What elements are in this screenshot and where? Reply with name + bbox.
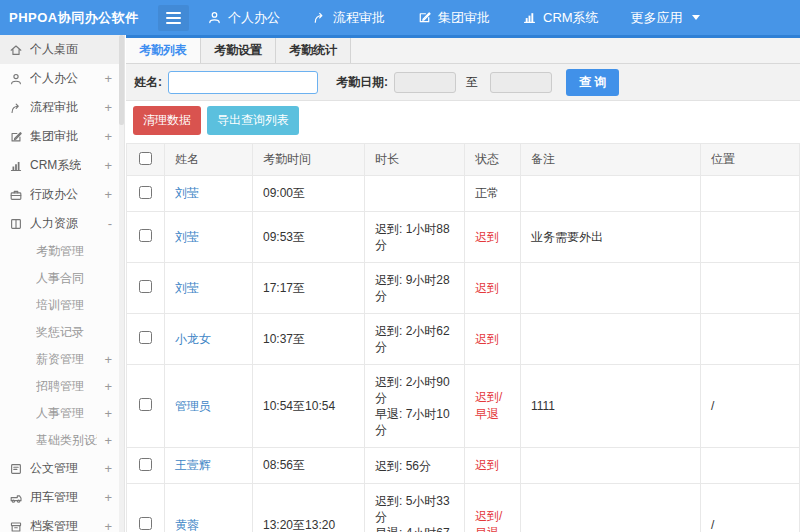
sidebar-item[interactable]: 招聘管理 +	[0, 373, 124, 400]
navbar-item[interactable]: 流程审批	[312, 9, 385, 27]
sidebar-item-label: 用车管理	[30, 489, 78, 506]
table-row: 刘莹 09:53至 迟到: 1小时88分 迟到 业务需要外出	[127, 212, 800, 263]
sidebar-item[interactable]: 档案管理 +	[0, 512, 124, 532]
sidebar-scrollbar[interactable]	[119, 35, 124, 532]
app-window: PHPOA协同办公软件 个人办公 流程审批 集团审批 CRM系统	[0, 0, 800, 532]
sidebar-item-label: 考勤管理	[36, 243, 84, 260]
navbar-item[interactable]: 更多应用	[631, 9, 700, 27]
row-checkbox[interactable]	[139, 517, 152, 530]
header-status: 状态	[465, 144, 521, 176]
remark	[521, 448, 701, 484]
sidebar-item[interactable]: CRM系统 +	[0, 151, 124, 180]
sidebar-item[interactable]: 培训管理	[0, 292, 124, 319]
employee-name-link[interactable]: 小龙女	[175, 332, 211, 346]
expand-toggle[interactable]: +	[104, 100, 118, 115]
expand-toggle[interactable]: +	[104, 129, 118, 144]
attendance-time: 17:17至	[253, 263, 365, 314]
status-badge: 迟到	[475, 458, 499, 472]
home-icon	[9, 43, 23, 57]
sidebar-item[interactable]: 人力资源 -	[0, 209, 124, 238]
sidebar-item[interactable]: 奖惩记录	[0, 319, 124, 346]
archive-icon	[9, 520, 23, 532]
select-all-checkbox[interactable]	[139, 152, 152, 165]
row-checkbox[interactable]	[139, 280, 152, 293]
sidebar-item[interactable]: 基础类别设置 +	[0, 427, 124, 454]
attendance-rows: 刘莹 09:00至 正常 刘莹 09:53至 迟到: 1小时88分 迟到 业务需…	[127, 176, 800, 532]
duration: 迟到: 5小时33分 早退: 4小时67分	[365, 484, 465, 532]
tab[interactable]: 考勤设置	[201, 38, 276, 63]
remark	[521, 263, 701, 314]
status-badge: 迟到	[475, 332, 499, 346]
sidebar-item[interactable]: 考勤管理	[0, 238, 124, 265]
date-range-separator: 至	[466, 74, 478, 91]
name-input[interactable]	[168, 71, 318, 94]
duration: 迟到: 9小时28分	[365, 263, 465, 314]
sidebar-item[interactable]: 个人桌面	[0, 35, 124, 64]
sidebar-item-label: 基础类别设置	[36, 432, 97, 449]
expand-toggle[interactable]: +	[104, 352, 118, 367]
row-checkbox[interactable]	[139, 398, 152, 411]
sidebar-item[interactable]: 公文管理 +	[0, 454, 124, 483]
action-bar: 清理数据 导出查询列表	[126, 101, 800, 140]
duration: 迟到: 56分	[365, 448, 465, 484]
sidebar-item[interactable]: 集团审批 +	[0, 122, 124, 151]
table-row: 黄蓉 13:20至13:20 迟到: 5小时33分 早退: 4小时67分 迟到/…	[127, 484, 800, 532]
date-from-input[interactable]	[394, 72, 456, 93]
sidebar-item[interactable]: 行政办公 +	[0, 180, 124, 209]
sidebar-item[interactable]: 人事合同	[0, 265, 124, 292]
employee-name-link[interactable]: 王壹辉	[175, 458, 211, 472]
location	[701, 212, 800, 263]
sidebar-item[interactable]: 流程审批 +	[0, 93, 124, 122]
date-label: 考勤日期:	[336, 74, 388, 91]
navbar-item[interactable]: 个人办公	[207, 9, 280, 27]
expand-toggle[interactable]: +	[104, 71, 118, 86]
app-logo: PHPOA协同办公软件	[0, 9, 158, 27]
navbar-item-label: 流程审批	[333, 9, 385, 27]
employee-name-link[interactable]: 刘莹	[175, 186, 199, 200]
export-list-button[interactable]: 导出查询列表	[207, 106, 299, 135]
duration: 迟到: 1小时88分	[365, 212, 465, 263]
user-icon	[9, 72, 23, 86]
expand-toggle[interactable]: +	[104, 158, 118, 173]
navbar-item-label: 更多应用	[631, 9, 683, 27]
sidebar-item[interactable]: 人事管理 +	[0, 400, 124, 427]
employee-name-link[interactable]: 刘莹	[175, 230, 199, 244]
sidebar-menu: 个人桌面 个人办公 + 流程审批 + 集团审批 + CRM系统	[0, 35, 124, 532]
attendance-time: 09:00至	[253, 176, 365, 212]
clean-data-button[interactable]: 清理数据	[133, 106, 201, 135]
attendance-time: 09:53至	[253, 212, 365, 263]
row-checkbox[interactable]	[139, 331, 152, 344]
expand-toggle[interactable]: +	[104, 379, 118, 394]
navbar-item[interactable]: 集团审批	[417, 9, 490, 27]
expand-toggle[interactable]: +	[104, 490, 118, 505]
date-to-input[interactable]	[490, 72, 552, 93]
expand-toggle[interactable]: -	[108, 216, 118, 231]
expand-toggle[interactable]: +	[104, 406, 118, 421]
expand-toggle[interactable]: +	[104, 433, 118, 448]
sidebar-item[interactable]: 用车管理 +	[0, 483, 124, 512]
employee-name-link[interactable]: 黄蓉	[175, 518, 199, 532]
share-icon	[9, 101, 23, 115]
expand-toggle[interactable]: +	[104, 187, 118, 202]
expand-toggle[interactable]: +	[104, 461, 118, 476]
sidebar-item[interactable]: 薪资管理 +	[0, 346, 124, 373]
header-name: 姓名	[165, 144, 253, 176]
employee-name-link[interactable]: 管理员	[175, 399, 211, 413]
row-checkbox[interactable]	[139, 229, 152, 242]
table-row: 刘莹 09:00至 正常	[127, 176, 800, 212]
remark: 1111	[521, 365, 701, 448]
user-icon	[207, 10, 222, 25]
employee-name-link[interactable]: 刘莹	[175, 281, 199, 295]
navbar-menu: 个人办公 流程审批 集团审批 CRM系统 更多应用	[207, 9, 700, 27]
row-checkbox[interactable]	[139, 458, 152, 471]
menu-toggle-icon[interactable]	[158, 5, 189, 31]
duration: 迟到: 2小时62分	[365, 314, 465, 365]
expand-toggle[interactable]: +	[104, 519, 118, 532]
tab[interactable]: 考勤统计	[276, 38, 351, 63]
tab[interactable]: 考勤列表	[126, 38, 201, 63]
sidebar-item[interactable]: 个人办公 +	[0, 64, 124, 93]
attendance-time: 10:37至	[253, 314, 365, 365]
query-button[interactable]: 查 询	[566, 69, 619, 96]
row-checkbox[interactable]	[139, 186, 152, 199]
navbar-item[interactable]: CRM系统	[522, 9, 599, 27]
